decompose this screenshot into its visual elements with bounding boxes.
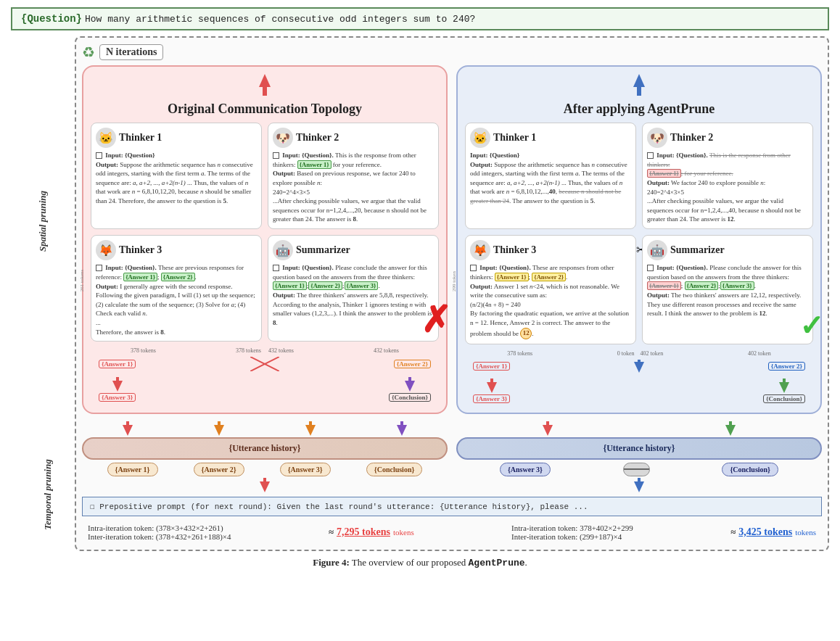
summarizer-left-avatar: 🤖 <box>273 240 293 260</box>
thinker3-left-content: Input: {Question}. These are previous re… <box>96 263 257 336</box>
intra-token-right: Intra-iteration token: 378+402×2+299 <box>511 524 633 532</box>
thinker3-right: 🦊 Thinker 3 Input: {Question}. These are… <box>465 235 636 344</box>
utterance-bar-right: {Utterance history} <box>456 437 822 460</box>
prepositive-prompt: ☐ Prepositive prompt (for next round): G… <box>82 497 822 516</box>
svg-rect-9 <box>637 87 641 96</box>
svg-marker-0 <box>259 74 271 87</box>
total-left-group: ≈ 7,295 tokens tokens <box>329 524 414 541</box>
token-label-right-1: 378 tokens <box>507 350 532 357</box>
ans2-rs: {Answer 2} <box>685 281 719 290</box>
ans3-rs: {Answer 3} <box>720 281 754 290</box>
answer3-badge-right: {Answer 3} <box>473 394 510 403</box>
utterance-items-left: {Answer 1} {Answer 2} {Answer 3} {Conclu… <box>82 463 448 476</box>
ans1-r3: {Answer 1} <box>495 273 529 281</box>
answer1-badge-right: {Answer 1} <box>473 362 510 371</box>
checkbox-icon4 <box>273 265 279 271</box>
thinker1-right-avatar: 🐱 <box>470 128 490 148</box>
ans1-rs: {Answer 1} <box>647 281 681 290</box>
svg-marker-8 <box>633 74 645 87</box>
summarizer-right-title: Summarizer <box>670 244 725 256</box>
recycle-icon: ♻ <box>82 44 95 61</box>
thinker2-right: 🐶 Thinker 2 Input: {Question}. This is t… <box>642 123 813 229</box>
summarizer-left: 🤖 Summarizer Input: {Question}. Please c… <box>268 235 439 342</box>
svg-rect-29 <box>729 421 732 425</box>
svg-marker-14 <box>779 382 789 393</box>
total-tokens-left: 7,295 tokens <box>337 526 390 538</box>
conclusion-badge-left: {Conclusion} <box>389 393 431 402</box>
summarizer-left-title: Summarizer <box>296 244 350 256</box>
svg-marker-22 <box>397 425 407 436</box>
svg-marker-4 <box>112 381 123 392</box>
svg-rect-25 <box>263 478 266 481</box>
summarizer-left-content: Input: {Question}. Please conclude the a… <box>273 263 434 327</box>
topology-left: Original Communication Topology 🐱 Thinke… <box>82 65 448 414</box>
intra-token-left: Intra-iteration token: (378×3+432×2+261) <box>88 524 231 532</box>
svg-rect-31 <box>638 478 641 481</box>
ans3-sum: {Answer 3} <box>345 281 379 290</box>
token-label-between-left: 378 tokens 432 tokens <box>236 347 294 354</box>
temporal-pruning-label: Temporal pruning <box>42 460 54 530</box>
checkbox-icon3 <box>96 265 102 271</box>
token-label-t1-left: 378 tokens <box>131 347 156 354</box>
utter-r-conc: {Conclusion} <box>722 463 778 476</box>
svg-marker-24 <box>260 481 270 492</box>
thinker3-left-avatar: 🦊 <box>96 240 116 260</box>
topology-right: After applying AgentPrune 🐱 Thinker 1 In… <box>456 65 822 414</box>
token-counts-row: Intra-iteration token: (378×3+432×2+261)… <box>82 521 822 544</box>
thinker3-left-title: Thinker 3 <box>119 244 162 256</box>
token-label-t2-left: 432 tokens <box>374 347 399 354</box>
thinker1-left-title: Thinker 1 <box>119 132 162 144</box>
answer1-badge-left: {Answer 1} <box>99 360 136 368</box>
thinker2-left: 🐶 Thinker 2 Input: {Question}. This is t… <box>268 123 439 229</box>
question-label: {Question} <box>21 13 82 25</box>
summarizer-right: 🤖 Summarizer Input: {Question}. Please c… <box>642 235 813 344</box>
svg-marker-26 <box>543 425 553 436</box>
utterance-history-right-container: {Utterance history} {Answer 3} {Conclusi… <box>456 421 822 492</box>
ans1-strike: {Answer 1} <box>647 169 681 178</box>
prepositive-text: ☐ Prepositive prompt (for next round): G… <box>90 502 588 511</box>
checkbox-icon2 <box>273 152 279 159</box>
strikethrough-text: because n should not be greater than 24 <box>470 188 621 204</box>
thinker3-right-content: Input: {Question}. These are responses f… <box>470 263 631 339</box>
thinker2-right-content: Input: {Question}. This is the response … <box>647 151 808 224</box>
checkbox-icon-r3 <box>470 265 477 271</box>
inter-token-right: Inter-iteration token: (299+187)×4 <box>511 532 633 541</box>
question-text: How many arithmetic sequences of consecu… <box>85 14 475 25</box>
figure-caption: Figure 4: The overview of our proposed A… <box>11 557 829 568</box>
checkbox-icon <box>96 152 102 159</box>
thinker1-right-title: Thinker 1 <box>493 132 536 144</box>
token-label-right-2: 0 token 402 token <box>617 350 664 357</box>
left-topology-title: Original Communication Topology <box>91 102 439 117</box>
svg-rect-13 <box>490 379 493 382</box>
svg-marker-28 <box>725 425 736 436</box>
svg-marker-20 <box>305 425 316 436</box>
svg-rect-19 <box>218 421 221 425</box>
thinker3-left: 🦊 Thinker 3 Input: {Question}. These are… <box>91 235 262 342</box>
svg-marker-6 <box>405 381 415 392</box>
answer3-badge-left: {Answer 3} <box>99 393 136 402</box>
thinker2-left-content: Input: {Question}. This is the response … <box>273 151 434 224</box>
ans2-sum: {Answer 2} <box>308 281 342 290</box>
ans1-sum: {Answer 1} <box>273 281 307 290</box>
token-299: 299 token <box>451 272 457 292</box>
svg-rect-23 <box>400 421 403 425</box>
svg-marker-10 <box>634 362 644 373</box>
svg-rect-11 <box>638 360 641 362</box>
n-iterations-label: N iterations <box>99 44 163 60</box>
thinker3-right-title: Thinker 3 <box>493 244 536 256</box>
answer1-badge-t3: {Answer 1} <box>123 273 157 281</box>
total-tokens-right: 3,425 tokens <box>738 526 792 538</box>
utter-r-gray1 <box>623 463 650 476</box>
ans2-r3: {Answer 2} <box>532 273 566 281</box>
svg-marker-16 <box>123 425 133 436</box>
right-topology-title: After applying AgentPrune <box>465 102 813 117</box>
utter-item-ans1: {Answer 1} <box>107 463 158 476</box>
svg-rect-5 <box>116 377 119 381</box>
svg-marker-12 <box>487 382 497 393</box>
thinker3-right-avatar: 🦊 <box>470 240 490 260</box>
utter-r-ans3: {Answer 3} <box>500 463 551 476</box>
checkbox-icon-r2 <box>647 152 654 159</box>
answer2-badge-t3: {Answer 2} <box>161 273 195 281</box>
diagram-area: ♻ N iterations Original Communication To… <box>75 36 829 551</box>
svg-rect-27 <box>546 421 549 425</box>
